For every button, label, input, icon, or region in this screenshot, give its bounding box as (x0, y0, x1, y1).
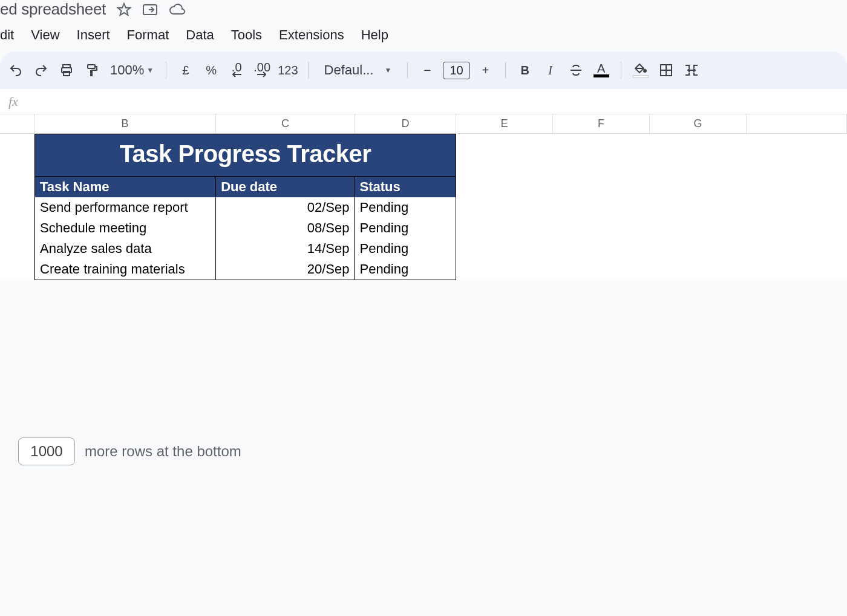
tracker-title[interactable]: Task Progress Tracker (35, 134, 456, 176)
row-number-gutter[interactable] (0, 134, 34, 280)
separator (621, 62, 621, 79)
menu-extensions[interactable]: Extensions (279, 27, 344, 43)
zoom-value: 100% (110, 62, 144, 78)
select-all-corner[interactable] (0, 114, 34, 133)
title-bar: ed spreadsheet (0, 0, 847, 22)
menu-insert[interactable]: Insert (77, 27, 110, 43)
undo-icon[interactable] (6, 60, 25, 80)
cell-due[interactable]: 20/Sep (216, 259, 355, 280)
more-rows-input[interactable]: 1000 (18, 437, 75, 465)
move-icon[interactable] (142, 3, 158, 16)
bold-button[interactable]: B (515, 60, 535, 80)
menu-data[interactable]: Data (186, 27, 214, 43)
spreadsheet-grid[interactable]: Task Progress Tracker Task Name Due date… (0, 134, 847, 280)
decrease-decimal-button[interactable]: .0 (227, 60, 246, 80)
header-status[interactable]: Status (355, 177, 456, 197)
svg-rect-5 (88, 65, 95, 68)
separator (407, 62, 408, 79)
text-color-swatch (594, 74, 609, 77)
column-header-F[interactable]: F (553, 114, 650, 133)
column-header-E[interactable]: E (456, 114, 553, 133)
formula-bar[interactable]: fx (0, 89, 847, 114)
cell-status[interactable]: Pending (355, 197, 456, 218)
menu-bar: dit View Insert Format Data Tools Extens… (0, 22, 847, 51)
format-currency-button[interactable]: £ (176, 60, 195, 80)
table-row[interactable]: Analyze sales data 14/Sep Pending (35, 238, 456, 259)
header-task-name[interactable]: Task Name (35, 177, 216, 197)
cloud-saved-icon[interactable] (169, 3, 186, 16)
column-header-G[interactable]: G (650, 114, 747, 133)
font-family-select[interactable]: Defaul... ▼ (318, 62, 398, 78)
task-tracker-table: Task Progress Tracker Task Name Due date… (34, 134, 456, 280)
cell-task[interactable]: Create training materials (35, 259, 216, 280)
format-percent-button[interactable]: % (201, 60, 221, 80)
table-row[interactable]: Schedule meeting 08/Sep Pending (35, 218, 456, 238)
menu-edit[interactable]: dit (0, 27, 14, 43)
svg-marker-0 (118, 4, 130, 15)
strikethrough-button[interactable] (566, 60, 586, 80)
redo-icon[interactable] (31, 60, 51, 80)
font-size-decrease-button[interactable]: − (417, 60, 437, 80)
increase-decimal-button[interactable]: .00 (252, 60, 272, 80)
cell-status[interactable]: Pending (355, 259, 456, 280)
cell-task[interactable]: Schedule meeting (35, 218, 216, 238)
print-icon[interactable] (57, 60, 76, 80)
font-size-increase-button[interactable]: + (476, 60, 495, 80)
document-title[interactable]: ed spreadsheet (0, 0, 106, 19)
paint-format-icon[interactable] (82, 60, 102, 80)
borders-button[interactable] (656, 60, 676, 80)
add-more-rows: 1000 more rows at the bottom (0, 280, 847, 595)
chevron-down-icon: ▼ (146, 66, 154, 74)
toolbar: 100% ▼ £ % .0 .00 123 Defaul... ▼ − 10 +… (0, 51, 847, 89)
menu-format[interactable]: Format (127, 27, 169, 43)
chevron-down-icon: ▼ (384, 66, 391, 74)
tracker-header-row: Task Name Due date Status (35, 176, 456, 197)
fill-color-swatch (633, 75, 649, 78)
menu-view[interactable]: View (31, 27, 59, 43)
column-header-C[interactable]: C (216, 114, 355, 133)
separator (308, 62, 309, 79)
separator (166, 62, 166, 79)
menu-tools[interactable]: Tools (231, 27, 262, 43)
cell-task[interactable]: Analyze sales data (35, 238, 216, 259)
table-row[interactable]: Create training materials 20/Sep Pending (35, 259, 456, 280)
fill-color-button[interactable] (631, 60, 650, 80)
column-header-D[interactable]: D (355, 114, 456, 133)
column-header-rest[interactable] (747, 114, 847, 133)
separator (505, 62, 506, 79)
cell-due[interactable]: 14/Sep (216, 238, 355, 259)
italic-button[interactable]: I (541, 60, 560, 80)
column-header-row: B C D E F G (0, 114, 847, 134)
zoom-select[interactable]: 100% ▼ (108, 62, 156, 78)
star-icon[interactable] (117, 2, 131, 17)
cell-status[interactable]: Pending (355, 238, 456, 259)
menu-help[interactable]: Help (361, 27, 388, 43)
fx-label: fx (8, 94, 18, 110)
cell-status[interactable]: Pending (355, 218, 456, 238)
svg-point-7 (644, 70, 646, 72)
font-size-input[interactable]: 10 (443, 62, 469, 79)
cell-task[interactable]: Send performance report (35, 197, 216, 218)
cell-due[interactable]: 08/Sep (216, 218, 355, 238)
table-row[interactable]: Send performance report 02/Sep Pending (35, 197, 456, 218)
more-rows-label: more rows at the bottom (85, 443, 241, 460)
header-due-date[interactable]: Due date (216, 177, 355, 197)
format-123-button[interactable]: 123 (278, 60, 298, 80)
column-header-B[interactable]: B (34, 114, 216, 133)
cell-due[interactable]: 02/Sep (216, 197, 355, 218)
merge-cells-button[interactable] (682, 60, 701, 80)
text-color-button[interactable]: A (592, 60, 611, 80)
font-family-value: Defaul... (324, 62, 374, 78)
